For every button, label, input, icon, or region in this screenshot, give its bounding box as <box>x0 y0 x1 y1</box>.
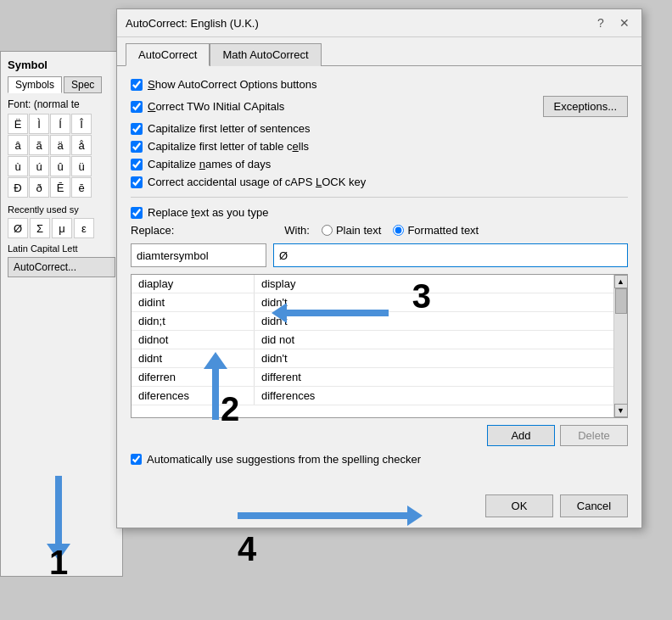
list-scrollbar[interactable]: ▲ ▼ <box>613 275 627 417</box>
cancel-button[interactable]: Cancel <box>560 494 628 517</box>
arrow4-line <box>238 512 407 519</box>
autocorrect-button[interactable]: AutoCorrect... <box>8 257 115 277</box>
list-row[interactable]: diaplaydisplay <box>132 275 613 293</box>
list-col-right: didn't <box>255 349 613 367</box>
recent-symbol[interactable]: μ <box>52 218 72 238</box>
list-col-right: did not <box>255 331 613 349</box>
symbol-cell[interactable]: Ì <box>29 114 49 134</box>
spelling-label[interactable]: Automatically use suggestions from the s… <box>147 453 421 466</box>
recent-symbols-row: ØΣμε <box>8 218 115 238</box>
caps-lock-label[interactable]: Correct accidental usage of cAPS LOCK ke… <box>148 176 366 188</box>
recent-symbol[interactable]: Σ <box>30 218 50 238</box>
caps-lock-checkbox[interactable] <box>131 176 143 188</box>
symbol-cell[interactable]: ã <box>29 135 49 155</box>
arrow2-line <box>212 369 219 420</box>
replace-input[interactable] <box>131 243 266 267</box>
list-col-left: diaplay <box>132 275 255 293</box>
symbol-cell[interactable]: Ē <box>50 177 70 198</box>
dialog-controls: ? ✕ <box>592 14 633 31</box>
scroll-track[interactable] <box>614 288 627 404</box>
arrow2-head <box>204 352 227 369</box>
tab-math-autocorrect[interactable]: Math AutoCorrect <box>210 43 321 66</box>
capitalize-days-label[interactable]: Capitalize names of days <box>148 158 271 170</box>
help-button[interactable]: ? <box>592 14 609 31</box>
symbol-cell[interactable]: å <box>71 135 92 155</box>
plain-text-label: Plain text <box>336 224 381 237</box>
show-autocorrect-label-rest: how AutoCorrect Options buttons <box>155 78 317 91</box>
formatted-text-option[interactable]: Formatted text <box>393 224 479 237</box>
dialog-titlebar: AutoCorrect: English (U.K.) ? ✕ <box>117 9 641 37</box>
with-label: With: <box>284 224 310 237</box>
correct-two-label[interactable]: Correct TWo INitial CApitals <box>148 100 284 113</box>
checkbox-row-4: Capitalize first letter of table cells <box>131 140 628 153</box>
show-autocorrect-checkbox[interactable] <box>131 79 143 91</box>
replace-checkbox-row: Replace text as you type <box>131 206 628 219</box>
symbol-panel-title: Symbol <box>8 59 115 71</box>
symbol-cell[interactable]: ē <box>71 177 92 198</box>
symbol-tab-bar: Symbols Spec <box>8 76 115 93</box>
arrow1: 1 <box>47 476 70 561</box>
replace-inputs-row <box>131 243 628 267</box>
arrow3-label: 3 <box>412 277 431 316</box>
plain-text-radio[interactable] <box>322 225 333 236</box>
tab-math-label: Math AutoCorrect <box>222 48 308 61</box>
ok-button[interactable]: OK <box>485 494 553 517</box>
symbol-cell[interactable]: û <box>50 156 70 176</box>
list-col-left: didint <box>132 293 255 311</box>
symbol-cell[interactable]: ü <box>71 156 92 176</box>
checkbox-row-1: Show AutoCorrect Options buttons <box>131 78 628 91</box>
close-button[interactable]: ✕ <box>616 14 633 31</box>
list-col-right: different <box>255 368 613 386</box>
spelling-checkbox[interactable] <box>131 454 142 465</box>
correct-two-checkbox[interactable] <box>131 101 143 113</box>
list-col-right: display <box>255 275 613 293</box>
checkbox-row-5: Capitalize names of days <box>131 158 628 170</box>
symbol-cell[interactable]: â <box>8 135 28 155</box>
symbol-cell[interactable]: Ë <box>8 114 28 134</box>
replace-text-checkbox[interactable] <box>131 207 143 219</box>
latin-cap-label: Latin Capital Lett <box>8 243 115 254</box>
symbol-cell[interactable]: ä <box>50 135 70 155</box>
autocorrect-dialog: AutoCorrect: English (U.K.) ? ✕ AutoCorr… <box>116 8 642 528</box>
spec-tab[interactable]: Spec <box>64 76 102 93</box>
add-button[interactable]: Add <box>487 425 555 446</box>
list-col-left: didnt <box>132 349 255 367</box>
plain-text-option[interactable]: Plain text <box>322 224 381 237</box>
capitalize-table-checkbox[interactable] <box>131 141 143 153</box>
symbol-cell[interactable]: Ð <box>8 177 28 198</box>
symbols-tab[interactable]: Symbols <box>8 76 62 93</box>
recently-used-label: Recently used sy <box>8 204 115 215</box>
spelling-row: Automatically use suggestions from the s… <box>131 453 628 466</box>
arrow1-line <box>55 476 62 544</box>
arrow1-label: 1 <box>49 544 68 582</box>
list-row[interactable]: didnotdid not <box>132 331 613 349</box>
recent-symbol[interactable]: Ø <box>8 218 28 238</box>
symbol-cell[interactable]: ú <box>29 156 49 176</box>
scroll-up-btn[interactable]: ▲ <box>614 275 628 288</box>
scroll-down-btn[interactable]: ▼ <box>614 404 628 417</box>
recent-symbol[interactable]: ε <box>74 218 94 238</box>
dialog-content: Show AutoCorrect Options buttons Correct… <box>117 65 641 488</box>
scroll-thumb[interactable] <box>615 288 627 314</box>
arrow2: 2 <box>204 352 227 420</box>
delete-button[interactable]: Delete <box>560 425 628 446</box>
with-input[interactable] <box>273 243 628 267</box>
symbol-cell[interactable]: ð <box>29 177 49 198</box>
symbol-cell[interactable]: Î <box>71 114 92 134</box>
list-col-left: didnot <box>132 331 255 349</box>
capitalize-days-checkbox[interactable] <box>131 159 143 170</box>
text-format-radio-group: Plain text Formatted text <box>322 224 479 237</box>
capitalize-sentences-label[interactable]: Capitalize first letter of sentences <box>148 122 310 135</box>
arrow4-head <box>407 505 423 526</box>
exceptions-button[interactable]: Exceptions... <box>543 96 628 117</box>
symbol-cell[interactable]: Í <box>50 114 70 134</box>
capitalize-sentences-checkbox[interactable] <box>131 123 143 135</box>
show-autocorrect-label[interactable]: Show AutoCorrect Options buttons <box>148 78 316 91</box>
tab-autocorrect[interactable]: AutoCorrect <box>126 43 210 66</box>
replace-text-label[interactable]: Replace text as you type <box>148 206 268 219</box>
dialog-tabs: AutoCorrect Math AutoCorrect <box>117 37 641 65</box>
formatted-text-radio[interactable] <box>393 225 404 236</box>
arrow4-label: 4 <box>238 530 256 568</box>
symbol-cell[interactable]: ù <box>8 156 28 176</box>
capitalize-table-label[interactable]: Capitalize first letter of table cells <box>148 140 309 153</box>
